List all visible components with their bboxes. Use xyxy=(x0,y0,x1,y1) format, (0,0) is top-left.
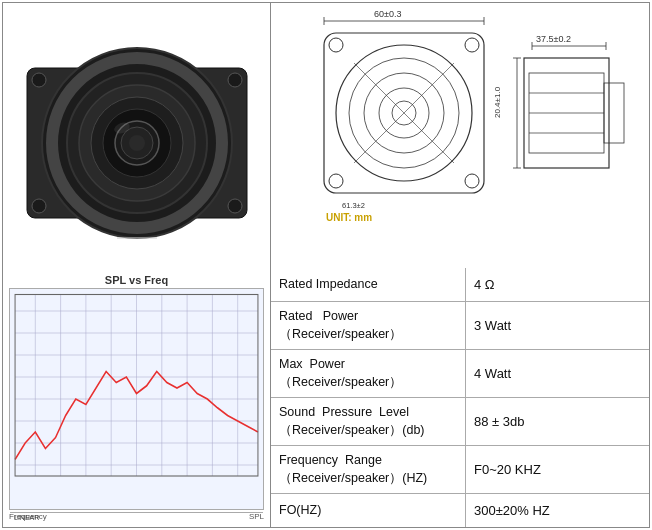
graph-area: LINEAR xyxy=(9,288,264,510)
svg-point-2 xyxy=(228,73,242,87)
svg-point-13 xyxy=(129,135,145,151)
spec-value-1: 3 Watt xyxy=(466,302,649,349)
spec-row-2: Max Power（Receiver/speaker） 4 Watt xyxy=(271,350,649,398)
spec-label-2: Max Power（Receiver/speaker） xyxy=(271,350,466,397)
spec-row-4: Frequency Range（Receiver/speaker）(HZ) F0… xyxy=(271,446,649,494)
spec-value-3: 88 ± 3db xyxy=(466,398,649,445)
spec-value-0: 4 Ω xyxy=(466,268,649,301)
svg-rect-37 xyxy=(604,83,624,143)
spec-label-4: Frequency Range（Receiver/speaker）(HZ) xyxy=(271,446,466,493)
spec-row-0: Rated Impedance 4 Ω xyxy=(271,268,649,302)
svg-point-3 xyxy=(32,199,46,213)
spec-label-0: Rated Impedance xyxy=(271,268,466,301)
bottom-section: SPL vs Freq xyxy=(3,268,649,527)
spec-label-5: FO(HZ) xyxy=(271,494,466,527)
specs-section: Rated Impedance 4 Ω Rated Power（Receiver… xyxy=(271,268,649,527)
spec-value-2: 4 Watt xyxy=(466,350,649,397)
svg-point-21 xyxy=(465,174,479,188)
svg-point-1 xyxy=(32,73,46,87)
graph-title: SPL vs Freq xyxy=(9,274,264,286)
svg-point-18 xyxy=(329,38,343,52)
speaker-photo xyxy=(3,3,271,268)
spec-row-1: Rated Power（Receiver/speaker） 3 Watt xyxy=(271,302,649,350)
dim-height: 20.4±1.0 xyxy=(493,86,502,118)
graph-section: SPL vs Freq xyxy=(3,268,271,527)
spec-label-3: Sound Pressure Level（Receiver/speaker）(d… xyxy=(271,398,466,445)
main-container: 60±0.3 37.5±0.2 20.4±1.0 xyxy=(2,2,650,528)
spec-row-3: Sound Pressure Level（Receiver/speaker）(d… xyxy=(271,398,649,446)
spec-label-1: Rated Power（Receiver/speaker） xyxy=(271,302,466,349)
spec-value-5: 300±20% HZ xyxy=(466,494,649,527)
spec-value-4: F0~20 KHZ xyxy=(466,446,649,493)
unit-label: UNIT: mm xyxy=(326,212,372,223)
dim-bot: 61.3±2 xyxy=(342,201,365,210)
top-section: 60±0.3 37.5±0.2 20.4±1.0 xyxy=(3,3,649,268)
dim-right: 37.5±0.2 xyxy=(536,34,571,44)
svg-point-4 xyxy=(228,199,242,213)
svg-point-20 xyxy=(329,174,343,188)
speaker-diagram: 60±0.3 37.5±0.2 20.4±1.0 xyxy=(271,3,649,268)
graph-legend-left: LINEAR xyxy=(14,514,39,521)
spec-row-5: FO(HZ) 300±20% HZ xyxy=(271,494,649,527)
dim-top: 60±0.3 xyxy=(374,9,401,19)
svg-point-19 xyxy=(465,38,479,52)
